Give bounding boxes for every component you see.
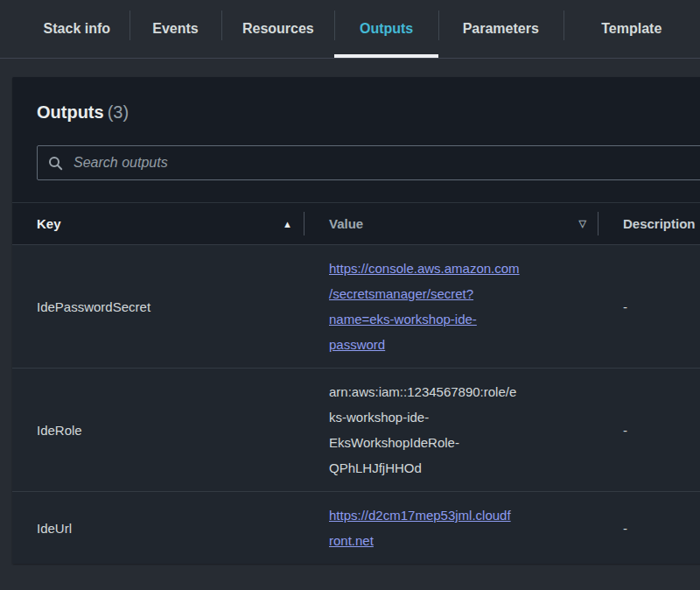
outputs-count: (3): [108, 102, 129, 122]
tab-template[interactable]: Template: [564, 0, 700, 58]
tab-label: Outputs: [360, 21, 413, 37]
table-row: IdePasswordSecret https://console.aws.am…: [12, 245, 700, 368]
tab-label: Resources: [242, 21, 314, 37]
tab-resources[interactable]: Resources: [221, 0, 334, 58]
table-header-row: Key ▲ Value ▽ Description: [12, 203, 700, 245]
tab-label: Events: [152, 21, 198, 37]
page-title: Outputs(3): [37, 100, 700, 124]
tab-stack-info[interactable]: Stack info: [24, 0, 130, 58]
output-description: -: [598, 245, 700, 368]
outputs-title-text: Outputs: [37, 102, 104, 122]
column-header-value[interactable]: Value ▽: [304, 203, 598, 244]
tab-outputs[interactable]: Outputs: [334, 0, 438, 58]
column-label: Key: [37, 216, 61, 231]
output-value-link[interactable]: https://console.aws.amazon.com /secretsm…: [329, 256, 520, 357]
sort-descending-icon: ▽: [579, 218, 586, 229]
column-label: Value: [329, 216, 363, 231]
output-key: IdeUrl: [12, 492, 304, 564]
output-description: -: [598, 492, 700, 564]
output-value-link[interactable]: https://d2cm17mep53jml.cloudf ront.net: [329, 502, 511, 553]
column-header-description[interactable]: Description: [598, 203, 700, 244]
tab-label: Template: [601, 21, 662, 37]
search-input[interactable]: [72, 154, 700, 172]
search-icon: [48, 156, 63, 171]
tab-parameters[interactable]: Parameters: [438, 0, 564, 58]
output-description: -: [598, 369, 700, 491]
output-key: IdePasswordSecret: [12, 245, 304, 368]
column-header-key[interactable]: Key ▲: [12, 203, 304, 244]
output-value-cell: arn:aws:iam::1234567890:role/e ks-worksh…: [304, 369, 598, 491]
tab-label: Parameters: [463, 21, 539, 37]
output-value-text: arn:aws:iam::1234567890:role/e ks-worksh…: [329, 379, 516, 481]
output-key: IdeRole: [12, 369, 304, 491]
output-value-cell: https://d2cm17mep53jml.cloudf ront.net: [304, 492, 598, 564]
column-label: Description: [623, 216, 696, 231]
tab-label: Stack info: [44, 21, 110, 37]
output-value-cell: https://console.aws.amazon.com /secretsm…: [304, 245, 598, 368]
tab-events[interactable]: Events: [130, 0, 222, 58]
search-box: [37, 145, 700, 180]
outputs-panel-header: Outputs(3): [12, 77, 700, 124]
table-row: IdeRole arn:aws:iam::1234567890:role/e k…: [12, 368, 700, 491]
sort-ascending-icon: ▲: [283, 219, 292, 229]
outputs-panel: Outputs(3) Key ▲ Value ▽ Description Ide…: [12, 77, 700, 564]
stack-detail-tabs: Stack info Events Resources Outputs Para…: [0, 0, 700, 59]
table-row: IdeUrl https://d2cm17mep53jml.cloudf ron…: [12, 491, 700, 564]
outputs-table: Key ▲ Value ▽ Description IdePasswordSec…: [12, 202, 700, 564]
